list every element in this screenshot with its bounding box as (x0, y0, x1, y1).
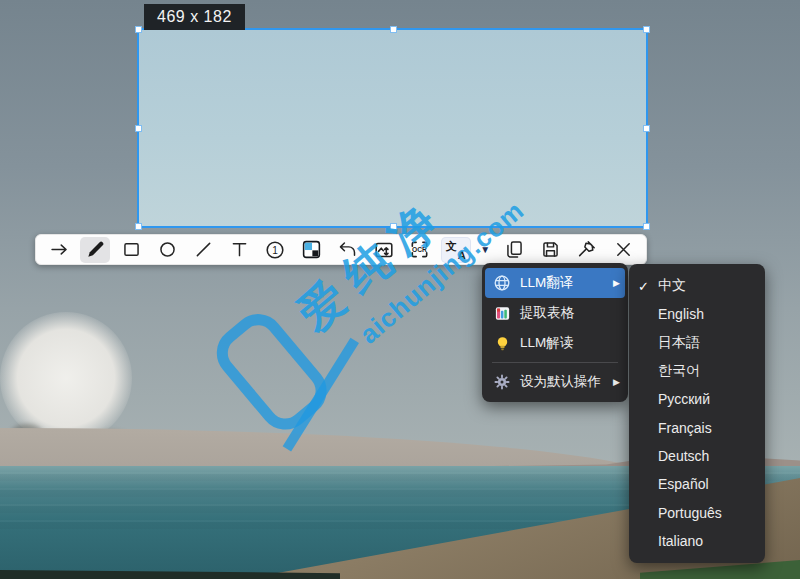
desktop: 469 x 182 1 O (0, 0, 800, 579)
svg-text:OCR: OCR (412, 246, 427, 253)
rectangle-tool-button[interactable] (116, 237, 146, 263)
number-badge-tool-button[interactable]: 1 (260, 237, 290, 263)
screenshot-toolbar: 1 OCR 文 A ▼ (35, 234, 647, 265)
chevron-down-icon: ▼ (480, 245, 490, 255)
menu-item-set-default-action[interactable]: 设为默认操作 ▶ (482, 367, 628, 397)
ocr-button[interactable]: OCR (405, 237, 435, 263)
pencil-icon (85, 239, 106, 260)
selection-handle-n[interactable] (390, 26, 397, 33)
submenu-arrow-icon: ▶ (613, 279, 620, 288)
pin-button[interactable] (572, 237, 602, 263)
language-option-japanese[interactable]: 日本語 (629, 329, 765, 357)
language-label: Italiano (658, 533, 703, 549)
close-button[interactable] (608, 237, 638, 263)
language-option-spanish[interactable]: Español (629, 470, 765, 498)
language-label: 한국어 (658, 362, 700, 380)
selection-handle-sw[interactable] (135, 223, 142, 230)
selection-handle-nw[interactable] (135, 26, 142, 33)
language-label: Español (658, 476, 709, 492)
selection-handle-w[interactable] (135, 125, 142, 132)
gear-icon (493, 373, 511, 391)
text-icon (229, 239, 250, 260)
capture-selection[interactable] (137, 28, 648, 228)
ocr-icon: OCR (408, 238, 431, 261)
save-button[interactable] (536, 237, 566, 263)
language-label: English (658, 306, 704, 322)
language-label: Русский (658, 391, 710, 407)
mosaic-icon (301, 239, 322, 260)
text-tool-button[interactable] (224, 237, 254, 263)
close-icon (613, 239, 634, 260)
save-icon (540, 239, 561, 260)
language-option-english[interactable]: English (629, 300, 765, 328)
menu-item-llm-translate[interactable]: LLM翻译 ▶ (485, 268, 625, 298)
language-option-french[interactable]: Français (629, 413, 765, 441)
language-option-korean[interactable]: 한국어 (629, 357, 765, 385)
check-icon: ✓ (638, 279, 658, 294)
translate-dropdown-button[interactable]: ▼ (477, 237, 494, 263)
undo-button[interactable] (333, 237, 363, 263)
menu-item-llm-interpret[interactable]: LLM解读 (482, 328, 628, 358)
ellipse-tool-button[interactable] (152, 237, 182, 263)
language-label: Português (658, 505, 722, 521)
copy-button[interactable] (500, 237, 530, 263)
menu-item-extract-table[interactable]: 提取表格 (482, 298, 628, 328)
arrow-tool-button[interactable] (44, 237, 74, 263)
rectangle-icon (121, 239, 142, 260)
translate-context-menu: LLM翻译 ▶ 提取表格 LLM解读 设为默认操作 ▶ (482, 263, 628, 402)
language-label: Deutsch (658, 448, 709, 464)
number-badge-icon: 1 (264, 239, 286, 261)
selection-handle-ne[interactable] (643, 26, 650, 33)
copy-icon (504, 239, 525, 260)
table-icon (493, 304, 511, 322)
scroll-capture-button[interactable] (369, 237, 399, 263)
translate-icon: 文 A (445, 239, 467, 261)
svg-text:1: 1 (273, 244, 279, 255)
pin-icon (576, 239, 597, 260)
language-option-italian[interactable]: Italiano (629, 527, 765, 555)
ellipse-icon (157, 239, 178, 260)
language-label: 中文 (658, 277, 686, 295)
globe-icon (493, 274, 511, 292)
menu-separator (492, 362, 618, 363)
selection-handle-se[interactable] (643, 223, 650, 230)
language-option-russian[interactable]: Русский (629, 385, 765, 413)
language-label: 日本語 (658, 334, 700, 352)
selection-size-label: 469 x 182 (144, 4, 245, 30)
language-option-german[interactable]: Deutsch (629, 442, 765, 470)
arrow-icon (49, 239, 70, 260)
scroll-capture-icon (373, 239, 395, 261)
language-label: Français (658, 420, 712, 436)
selection-handle-s[interactable] (390, 223, 397, 230)
selection-handle-e[interactable] (643, 125, 650, 132)
language-option-portuguese[interactable]: Português (629, 498, 765, 526)
language-option-chinese[interactable]: ✓ 中文 (629, 272, 765, 300)
submenu-arrow-icon: ▶ (613, 378, 620, 387)
translate-button[interactable]: 文 A (441, 237, 471, 263)
line-icon (193, 239, 214, 260)
pencil-tool-button[interactable] (80, 237, 110, 263)
bulb-icon (493, 334, 511, 352)
undo-icon (337, 239, 358, 260)
line-tool-button[interactable] (188, 237, 218, 263)
language-submenu: ✓ 中文 English 日本語 한국어 Русский Français De… (629, 264, 765, 563)
mosaic-tool-button[interactable] (296, 237, 326, 263)
